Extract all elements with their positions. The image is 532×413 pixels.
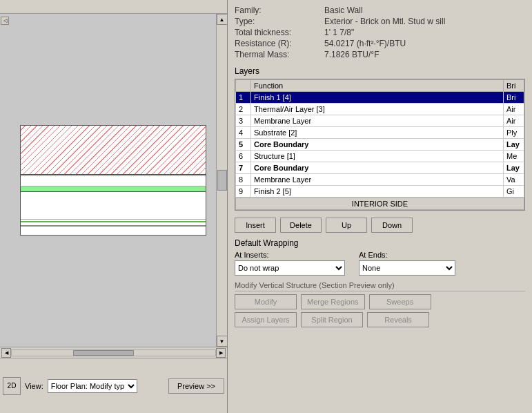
family-label: Family: (235, 6, 324, 15)
at-inserts-select[interactable]: Do not wrap Exterior Interior Both (235, 260, 345, 276)
type-label: Type: (235, 17, 324, 26)
row-function: Membrane Layer (251, 115, 504, 127)
left-panel: ◁ ▲ ▼ (0, 0, 228, 413)
row-function: Structure [1] (251, 151, 504, 162)
modify-button[interactable]: Modify (235, 294, 297, 309)
row-num: 4 (236, 127, 251, 139)
scroll-thumb[interactable] (217, 170, 227, 191)
row-function: Membrane Layer (251, 174, 504, 186)
scroll-left-arrow[interactable]: ◀ (1, 348, 11, 358)
info-section: Family: Basic Wall Type: Exterior - Bric… (235, 6, 525, 61)
layers-table: Function Bri 1Finish 1 [4]Bri2Thermal/Ai… (235, 79, 524, 198)
at-ends-select[interactable]: None Exterior Interior Both (359, 260, 455, 276)
thickness-label: Total thickness: (235, 28, 324, 37)
up-button[interactable]: Up (326, 218, 367, 233)
family-value: Basic Wall (324, 6, 363, 15)
row-extra: Ply (504, 127, 524, 139)
action-buttons-row: Insert Delete Up Down (235, 218, 525, 233)
top-bar (0, 0, 227, 14)
reveals-button[interactable]: Reveals (367, 312, 429, 327)
edge-icon: ◁ (1, 17, 9, 25)
modify-btn-row1: Modify Merge Regions Sweeps (235, 294, 525, 309)
split-region-button[interactable]: Split Region (301, 312, 363, 327)
row-extra: Lay (504, 162, 524, 174)
2d-label: 2D (8, 382, 17, 390)
table-row[interactable]: 7Core BoundaryLay (236, 162, 524, 174)
table-row[interactable]: 2Thermal/Air Layer [3]Air (236, 104, 524, 115)
resistance-row: Resistance (R): 54.0217 (h·ft²·°F)/BTU (235, 39, 525, 48)
table-row[interactable]: 8Membrane LayerVa (236, 174, 524, 186)
row-extra: Air (504, 115, 524, 127)
wall-layer-white2 (21, 192, 206, 220)
at-ends-label: At Ends: (359, 251, 455, 259)
row-extra: Bri (504, 92, 524, 104)
type-value: Exterior - Brick on Mtl. Stud w sill (324, 17, 445, 26)
row-extra: Air (504, 104, 524, 115)
row-extra: Lay (504, 139, 524, 151)
2d-icon-button[interactable]: 2D (3, 377, 21, 395)
modify-title: Modify Vertical Structure (Section Previ… (235, 281, 525, 291)
wall-layer-hatched (21, 126, 206, 175)
table-row[interactable]: 6Structure [1]Me (236, 151, 524, 162)
view-label: View: (25, 382, 43, 390)
at-ends-group: At Ends: None Exterior Interior Both (359, 251, 455, 276)
row-num: 6 (236, 151, 251, 162)
family-row: Family: Basic Wall (235, 6, 525, 15)
scroll-right-arrow[interactable]: ▶ (216, 348, 226, 358)
wrapping-row: At Inserts: Do not wrap Exterior Interio… (235, 251, 525, 276)
preview-area (10, 14, 216, 347)
row-function: Core Boundary (251, 162, 504, 174)
table-row[interactable]: 5Core BoundaryLay (236, 139, 524, 151)
right-panel-wrapper: Family: Basic Wall Type: Exterior - Bric… (228, 0, 532, 413)
table-row[interactable]: 1Finish 1 [4]Bri (236, 92, 524, 104)
at-inserts-label: At Inserts: (235, 251, 345, 259)
wall-layer-line2 (21, 225, 206, 227)
wall-layer-line1 (21, 221, 206, 222)
sweeps-button[interactable]: Sweeps (369, 294, 431, 309)
modify-section: Modify Vertical Structure (Section Previ… (235, 281, 525, 330)
wall-layer-green (21, 186, 206, 192)
thickness-row: Total thickness: 1' 1 7/8" (235, 28, 525, 37)
left-bottom: 2D View: Floor Plan: Modify typ Preview … (0, 358, 227, 413)
row-extra: Gi (504, 186, 524, 198)
wrapping-section: Default Wrapping At Inserts: Do not wrap… (235, 238, 525, 276)
preview-button[interactable]: Preview >> (168, 378, 224, 394)
wall-diagram (20, 125, 206, 236)
type-row: Type: Exterior - Brick on Mtl. Stud w si… (235, 17, 525, 26)
row-num: 9 (236, 186, 251, 198)
scroll-up-arrow[interactable]: ▲ (217, 14, 228, 25)
row-function: Thermal/Air Layer [3] (251, 104, 504, 115)
resistance-value: 54.0217 (h·ft²·°F)/BTU (324, 39, 406, 48)
row-num: 7 (236, 162, 251, 174)
row-function: Finish 1 [4] (251, 92, 504, 104)
thermal-row: Thermal Mass: 7.1826 BTU/°F (235, 50, 525, 59)
assign-layers-button[interactable]: Assign Layers (235, 312, 297, 327)
col-num (236, 80, 251, 92)
interior-side-bar: INTERIOR SIDE (235, 198, 524, 210)
merge-regions-button[interactable]: Merge Regions (301, 294, 365, 309)
table-row[interactable]: 3Membrane LayerAir (236, 115, 524, 127)
right-panel: Family: Basic Wall Type: Exterior - Bric… (228, 0, 532, 385)
resistance-label: Resistance (R): (235, 39, 324, 48)
col-function: Function (251, 80, 504, 92)
row-extra: Va (504, 174, 524, 186)
table-row[interactable]: 4Substrate [2]Ply (236, 127, 524, 139)
thickness-value: 1' 1 7/8" (324, 28, 354, 37)
layers-title: Layers (235, 66, 525, 76)
row-num: 1 (236, 92, 251, 104)
wrapping-title: Default Wrapping (235, 238, 525, 248)
down-button[interactable]: Down (371, 218, 413, 233)
row-num: 5 (236, 139, 251, 151)
row-num: 3 (236, 115, 251, 127)
col-material: Bri (504, 80, 524, 92)
preview-scrollbar[interactable]: ▲ ▼ (216, 14, 227, 347)
view-select[interactable]: Floor Plan: Modify typ (48, 379, 137, 393)
scroll-down-arrow[interactable]: ▼ (217, 336, 228, 347)
thermal-label: Thermal Mass: (235, 50, 324, 59)
h-scroll-thumb[interactable] (73, 350, 135, 356)
row-function: Core Boundary (251, 139, 504, 151)
table-row[interactable]: 9Finish 2 [5]Gi (236, 186, 524, 198)
h-scrollbar[interactable]: ◀ ▶ (0, 347, 227, 358)
delete-button[interactable]: Delete (280, 218, 322, 233)
insert-button[interactable]: Insert (235, 218, 276, 233)
